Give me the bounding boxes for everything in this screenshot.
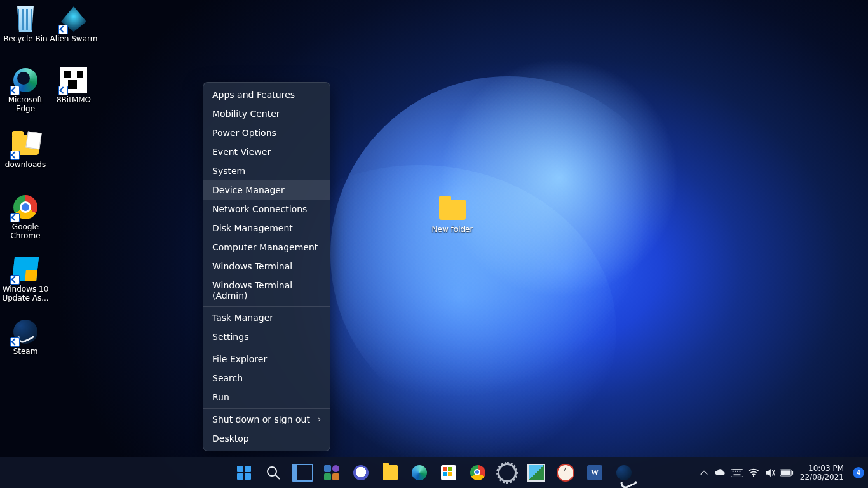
folder-icon bbox=[383, 465, 398, 480]
menu-separator bbox=[203, 306, 330, 307]
desktop-icon-label: Steam bbox=[13, 347, 38, 356]
notification-badge[interactable]: 4 bbox=[853, 467, 864, 478]
winx-item-settings[interactable]: Settings bbox=[203, 327, 330, 346]
shortcut-arrow-icon bbox=[58, 25, 68, 34]
tray-input-indicator[interactable] bbox=[730, 458, 744, 488]
menu-item-label: Event Viewer bbox=[212, 147, 271, 157]
clock-date: 22/08/2021 bbox=[800, 473, 844, 482]
svg-point-8 bbox=[753, 475, 754, 477]
winx-item-windows-terminal[interactable]: Windows Terminal bbox=[203, 257, 330, 276]
photos-icon bbox=[527, 464, 545, 482]
tray-battery[interactable] bbox=[780, 458, 794, 488]
taskbar-word[interactable]: W bbox=[582, 460, 607, 485]
chevron-right-icon: › bbox=[318, 415, 321, 424]
taskbar-task-view[interactable] bbox=[290, 460, 315, 485]
keyboard-icon bbox=[731, 469, 743, 477]
taskbar-clock[interactable] bbox=[553, 460, 578, 485]
desktop-icon-alien-swarm[interactable]: Alien Swarm bbox=[50, 4, 98, 44]
winx-item-shut-down-or-sign-out[interactable]: Shut down or sign out› bbox=[203, 410, 330, 429]
desktop-icon-label: 8BitMMO bbox=[57, 95, 91, 104]
taskbar-search[interactable] bbox=[261, 460, 286, 485]
desktop-icon-label: Alien Swarm bbox=[50, 34, 98, 43]
taskbar-edge[interactable] bbox=[407, 460, 432, 485]
folder-icon bbox=[439, 200, 466, 220]
menu-item-label: Mobility Center bbox=[212, 109, 280, 119]
taskbar-clock[interactable]: 10:03 PM 22/08/2021 bbox=[796, 464, 848, 482]
svg-rect-2 bbox=[731, 469, 743, 477]
tray-volume[interactable] bbox=[763, 458, 777, 488]
desktop-icon-edge[interactable]: Microsoft Edge bbox=[1, 65, 50, 114]
winx-item-computer-management[interactable]: Computer Management bbox=[203, 238, 330, 257]
desktop-icon-label: Windows 10 Update As... bbox=[2, 285, 48, 302]
menu-item-label: Disk Management bbox=[212, 223, 293, 233]
tray-overflow-button[interactable] bbox=[697, 458, 711, 488]
svg-rect-4 bbox=[735, 470, 736, 471]
winx-item-apps-and-features[interactable]: Apps and Features bbox=[203, 85, 330, 104]
taskbar-steam[interactable] bbox=[611, 460, 637, 485]
desktop-icon-new-folder[interactable]: New folder bbox=[428, 194, 477, 235]
recycle-bin-icon bbox=[15, 6, 36, 32]
menu-item-label: Apps and Features bbox=[212, 90, 295, 100]
volume-icon bbox=[764, 468, 776, 477]
menu-item-label: Device Manager bbox=[212, 185, 285, 195]
taskbar-microsoft-store[interactable] bbox=[436, 460, 461, 485]
clock-time: 10:03 PM bbox=[808, 464, 844, 473]
menu-item-label: Windows Terminal (Admin) bbox=[212, 280, 321, 301]
winx-item-task-manager[interactable]: Task Manager bbox=[203, 308, 330, 327]
winx-item-desktop[interactable]: Desktop bbox=[203, 429, 330, 448]
winx-item-device-manager[interactable]: Device Manager bbox=[203, 180, 330, 200]
desktop-icon-steam[interactable]: Steam bbox=[1, 316, 50, 357]
shortcut-arrow-icon bbox=[10, 213, 20, 222]
svg-rect-6 bbox=[739, 470, 740, 471]
tray-network[interactable] bbox=[747, 458, 761, 488]
clock-icon bbox=[557, 464, 574, 482]
wifi-icon bbox=[748, 468, 759, 477]
desktop-icon-8bitmmo[interactable]: 8BitMMO bbox=[50, 65, 98, 105]
winx-item-power-options[interactable]: Power Options bbox=[203, 123, 330, 142]
winx-item-file-explorer[interactable]: File Explorer bbox=[203, 349, 330, 369]
menu-item-label: Run bbox=[212, 392, 229, 402]
svg-rect-7 bbox=[733, 474, 740, 475]
winx-item-run[interactable]: Run bbox=[203, 388, 330, 407]
onedrive-icon bbox=[714, 468, 727, 477]
chat-icon bbox=[353, 465, 369, 480]
desktop[interactable]: Recycle Bin Microsoft Edge downloads Goo… bbox=[0, 0, 868, 488]
desktop-icon-label: downloads bbox=[5, 160, 46, 169]
word-icon: W bbox=[587, 465, 602, 480]
taskbar-chat[interactable] bbox=[348, 460, 374, 485]
winx-item-network-connections[interactable]: Network Connections bbox=[203, 200, 330, 219]
menu-item-label: File Explorer bbox=[212, 354, 267, 364]
winx-item-disk-management[interactable]: Disk Management bbox=[203, 219, 330, 238]
desktop-icon-recycle-bin[interactable]: Recycle Bin bbox=[1, 4, 50, 44]
menu-item-label: Windows Terminal bbox=[212, 261, 292, 271]
svg-rect-11 bbox=[781, 470, 791, 475]
desktop-icon-win10-update[interactable]: Windows 10 Update As... bbox=[1, 254, 50, 304]
system-tray: 10:03 PM 22/08/2021 4 bbox=[697, 458, 864, 488]
taskbar: W 10:03 PM 22/08/2021 4 bbox=[0, 457, 868, 488]
winx-item-windows-terminal-admin[interactable]: Windows Terminal (Admin) bbox=[203, 276, 330, 305]
taskbar-widgets[interactable] bbox=[319, 460, 344, 485]
winx-item-search[interactable]: Search bbox=[203, 369, 330, 388]
taskbar-chrome[interactable] bbox=[465, 460, 491, 485]
tray-onedrive[interactable] bbox=[714, 458, 728, 488]
shortcut-arrow-icon bbox=[10, 86, 20, 95]
shortcut-arrow-icon bbox=[58, 86, 68, 95]
taskbar-start[interactable] bbox=[231, 460, 257, 485]
menu-item-label: Power Options bbox=[212, 128, 276, 138]
desktop-icon-chrome[interactable]: Google Chrome bbox=[1, 192, 50, 241]
winx-item-system[interactable]: System bbox=[203, 161, 330, 180]
taskbar-photos[interactable] bbox=[524, 460, 549, 485]
edge-icon bbox=[412, 465, 427, 480]
desktop-icon-downloads[interactable]: downloads bbox=[1, 130, 50, 170]
taskbar-settings[interactable] bbox=[494, 460, 520, 485]
battery-icon bbox=[780, 469, 794, 477]
search-icon bbox=[266, 465, 281, 480]
widgets-icon bbox=[324, 465, 339, 480]
menu-separator bbox=[203, 348, 330, 348]
winx-item-event-viewer[interactable]: Event Viewer bbox=[203, 142, 330, 161]
winx-item-mobility-center[interactable]: Mobility Center bbox=[203, 104, 330, 123]
svg-rect-10 bbox=[792, 471, 793, 475]
svg-line-1 bbox=[275, 475, 280, 479]
chevron-up-icon bbox=[700, 468, 709, 477]
taskbar-file-explorer[interactable] bbox=[377, 460, 403, 485]
